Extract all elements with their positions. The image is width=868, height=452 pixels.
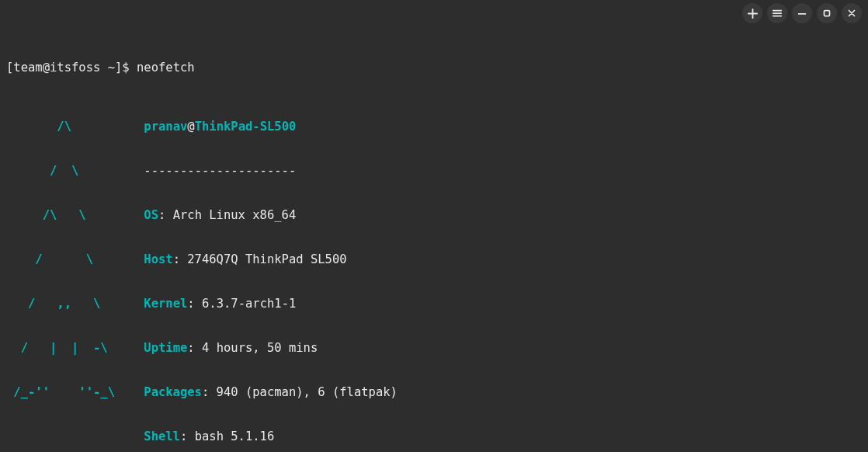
info-val-kernel: : 6.3.7-arch1-1 <box>187 297 296 311</box>
prompt-line-1: [team@itsfoss ~]$ neofetch <box>6 61 862 75</box>
minimize-button[interactable] <box>792 3 812 23</box>
new-tab-button[interactable] <box>742 3 762 23</box>
ascii-logo-line: /_-'' ''-_\ <box>6 385 115 400</box>
terminal-window: [team@itsfoss ~]$ neofetch /\pranav@Thin… <box>0 0 868 452</box>
info-key-packages: Packages <box>144 385 202 399</box>
maximize-button[interactable] <box>817 3 837 23</box>
svg-rect-0 <box>825 11 830 16</box>
hamburger-icon <box>772 8 783 19</box>
at-sign: @ <box>187 120 194 134</box>
info-val-shell: : bash 5.1.16 <box>180 429 274 443</box>
info-key-os: OS <box>144 208 158 222</box>
ascii-logo-line: / | | -\ <box>6 341 108 356</box>
command-text: neofetch <box>137 61 195 75</box>
ascii-logo-line: / ,, \ <box>6 297 100 311</box>
info-key-shell: Shell <box>144 429 180 443</box>
neofetch-host: ThinkPad-SL500 <box>195 120 297 134</box>
info-key-uptime: Uptime <box>144 341 187 355</box>
maximize-icon <box>821 8 832 19</box>
info-val-os: : Arch Linux x86_64 <box>158 208 296 222</box>
ascii-logo-line: /\ \ <box>6 208 86 223</box>
info-key-host: Host <box>144 252 172 266</box>
neofetch-user: pranav <box>144 120 187 134</box>
titlebar <box>0 0 868 26</box>
close-icon <box>846 8 857 19</box>
close-button[interactable] <box>842 3 862 23</box>
info-val-uptime: : 4 hours, 50 mins <box>187 341 318 355</box>
info-val-packages: : 940 (pacman), 6 (flatpak) <box>202 385 398 399</box>
neofetch-separator: --------------------- <box>144 164 296 178</box>
terminal-area[interactable]: [team@itsfoss ~]$ neofetch /\pranav@Thin… <box>0 26 868 452</box>
prompt-text: [team@itsfoss ~]$ <box>6 61 137 75</box>
menu-button[interactable] <box>767 3 787 23</box>
plus-icon <box>747 8 759 19</box>
info-val-host: : 2746Q7Q ThinkPad SL500 <box>173 252 347 266</box>
ascii-logo-line: / \ <box>6 164 78 179</box>
info-key-kernel: Kernel <box>144 297 187 311</box>
ascii-logo-line: / \ <box>6 252 93 267</box>
minimize-icon <box>797 8 807 19</box>
ascii-logo-line: /\ <box>6 120 71 134</box>
